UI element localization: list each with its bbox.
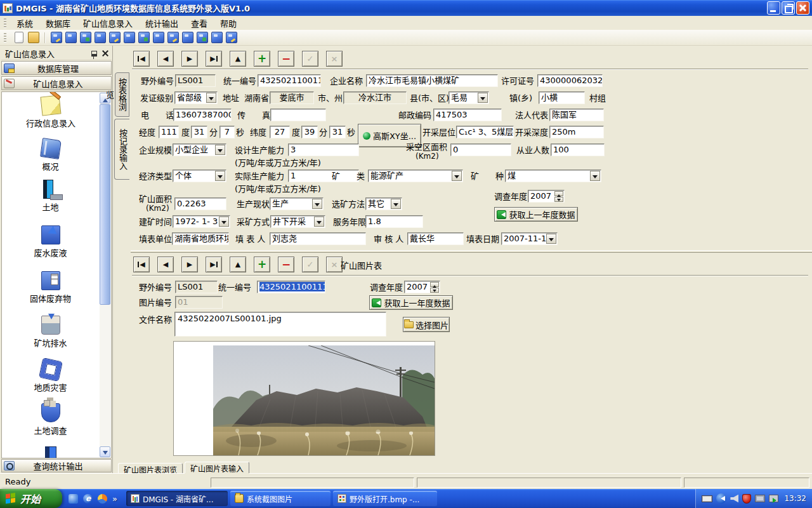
mining-method-select[interactable]: 井下开采 <box>270 215 325 228</box>
pic-no-input[interactable]: 01 <box>175 296 223 309</box>
sidebar-group-mine-entry[interactable]: 矿山信息录入 <box>1 76 112 90</box>
mine-drainage-icon[interactable] <box>124 32 135 43</box>
fetch-last-year-button[interactable]: 获取上一年度数据 <box>494 207 578 222</box>
nav-last-button[interactable]: ▶ <box>206 51 222 67</box>
service-life-input[interactable]: 1.8 <box>365 215 423 228</box>
chevron-down-icon[interactable] <box>452 171 462 181</box>
tab-record-entry[interactable]: 按记录输入 <box>114 119 129 180</box>
sidebar-item-admin-entry[interactable]: 行政信息录入 <box>2 96 99 128</box>
pin-icon[interactable] <box>91 51 97 57</box>
longitude-sec-input[interactable]: 7 <box>219 126 235 138</box>
spin-down-icon[interactable] <box>554 197 563 202</box>
nav-first-button[interactable]: ◀ <box>133 51 150 67</box>
latitude-sec-input[interactable]: 31 <box>329 126 346 138</box>
field-no-input[interactable]: LS001 <box>175 74 216 87</box>
nav-next-button[interactable]: ▶ <box>181 51 198 67</box>
nav2-next-button[interactable]: ▶ <box>181 257 198 272</box>
enterprise-scale-select[interactable]: 小型企业 <box>173 144 226 156</box>
postcode-input[interactable]: 417503 <box>433 109 502 121</box>
county-select[interactable]: 毛易 <box>449 91 489 104</box>
mine-class-select[interactable]: 能源矿产 <box>368 170 463 182</box>
spin-down-icon[interactable] <box>430 288 439 293</box>
spin-up-icon[interactable] <box>554 191 563 196</box>
reviewer-input[interactable]: 戴长华 <box>407 232 464 245</box>
solid-waste-icon[interactable] <box>109 32 121 43</box>
mining-layer-input[interactable]: C₁c¹ 3、5煤层 <box>456 126 514 138</box>
design-capacity-input[interactable]: 3 <box>288 144 359 156</box>
pic-field-no-input[interactable]: LS001 <box>175 281 218 293</box>
license-input[interactable]: 4300000620321 <box>537 74 603 87</box>
menu-view[interactable]: 查看 <box>185 16 214 30</box>
pic-survey-year-stepper[interactable]: 2007 <box>404 281 440 293</box>
fill-person-input[interactable]: 刘志尧 <box>270 232 366 245</box>
company-input[interactable]: 冷水江市毛易镇小横煤矿 <box>366 74 498 87</box>
restore-button[interactable] <box>782 1 795 15</box>
antivirus-shield-icon[interactable] <box>742 494 751 504</box>
survey-year-stepper[interactable]: 2007 <box>528 190 565 203</box>
sidebar-item-solid-waste[interactable]: 固体废弃物 <box>2 271 99 304</box>
latitude-deg-input[interactable]: 27 <box>270 126 290 138</box>
network-monitor-icon[interactable] <box>755 495 765 502</box>
menu-system[interactable]: 系统 <box>10 16 39 30</box>
sidebar-group-database[interactable]: 数据库管理 <box>1 61 112 75</box>
speaker-icon[interactable] <box>730 495 738 503</box>
geo-hazard-icon[interactable] <box>138 32 150 43</box>
close-button[interactable] <box>796 1 809 15</box>
mine-kind-select[interactable]: 煤 <box>505 170 601 182</box>
cert-level-select[interactable]: 省部级 <box>174 91 218 104</box>
chevron-down-icon[interactable] <box>590 171 600 181</box>
menu-database[interactable]: 数据库 <box>39 16 77 30</box>
land-icon[interactable] <box>80 32 91 43</box>
land-survey-icon[interactable] <box>153 32 164 43</box>
unified-no-input[interactable]: 43250211001113 <box>258 74 321 87</box>
language-bar-icon[interactable] <box>716 493 726 504</box>
nav-delete-button[interactable]: − <box>278 51 294 67</box>
economic-type-select[interactable]: 个体 <box>173 170 226 182</box>
buildings-icon[interactable] <box>197 32 208 43</box>
pic-fetch-last-year-button[interactable]: 获取上一年度数据 <box>369 295 453 310</box>
drive-sync-icon[interactable] <box>769 495 778 502</box>
sidebar-item-mine-drainage[interactable]: 矿坑排水 <box>2 316 99 348</box>
open-icon[interactable] <box>28 32 39 43</box>
tab-table-browse[interactable]: 按表格浏览 <box>115 72 129 117</box>
nav-cancel-button[interactable]: × <box>326 51 343 67</box>
sidebar-item-land[interactable]: 土地 <box>2 180 99 212</box>
scroll-thumb[interactable] <box>100 104 110 305</box>
nav2-insert-button[interactable]: + <box>254 257 270 272</box>
nav-insert-button[interactable]: + <box>254 51 270 67</box>
nav2-first-button[interactable]: ◀ <box>133 257 150 272</box>
employees-input[interactable]: 100 <box>551 144 605 156</box>
waste-water-icon[interactable] <box>95 32 106 43</box>
chevron-down-icon[interactable] <box>215 171 225 181</box>
taskbar-item-bmp-paint[interactable]: 野外版打开.bmp -... <box>333 491 437 506</box>
mining-depth-input[interactable]: 250m <box>549 126 604 138</box>
nav-top-button[interactable]: ▲ <box>230 51 246 67</box>
build-date-select[interactable]: 1972- 1- 3 <box>173 215 230 228</box>
nav2-last-button[interactable]: ▶ <box>206 257 222 272</box>
chevron-down-icon[interactable] <box>314 217 324 227</box>
town-input[interactable]: 小横 <box>539 91 585 104</box>
legal-rep-input[interactable]: 陈国军 <box>549 109 604 121</box>
minimize-button[interactable] <box>767 1 780 15</box>
tab-picture-browse[interactable]: 矿山图片表浏览 <box>118 463 183 473</box>
chevron-down-icon[interactable] <box>312 199 322 209</box>
menu-stats-output[interactable]: 统计输出 <box>139 16 185 30</box>
spin-up-icon[interactable] <box>430 282 439 287</box>
nav2-prev-button[interactable]: ◀ <box>157 257 174 272</box>
sidebar-item-overview[interactable]: 概况 <box>2 139 99 171</box>
mine-area-input[interactable]: 0.2263 <box>174 197 226 210</box>
sidebar-close-icon[interactable] <box>102 50 109 57</box>
scroll-down-icon[interactable] <box>100 446 110 457</box>
menu-help[interactable]: 帮助 <box>214 16 243 30</box>
new-icon[interactable] <box>15 32 23 43</box>
fax-input[interactable] <box>270 109 326 121</box>
phone-input[interactable]: 13607387000 <box>173 109 232 121</box>
show-desktop-icon[interactable] <box>69 494 78 504</box>
latitude-min-input[interactable]: 39 <box>301 126 318 138</box>
sidebar-group-query-stats[interactable]: 查询统计输出 <box>1 459 112 472</box>
chevron-down-icon[interactable] <box>206 93 216 103</box>
beneficiation-select[interactable]: 其它 <box>365 197 402 210</box>
nav2-top-button[interactable]: ▲ <box>230 257 246 272</box>
prefecture-input[interactable]: 冷水江市 <box>343 91 407 104</box>
longitude-min-input[interactable]: 31 <box>191 126 207 138</box>
